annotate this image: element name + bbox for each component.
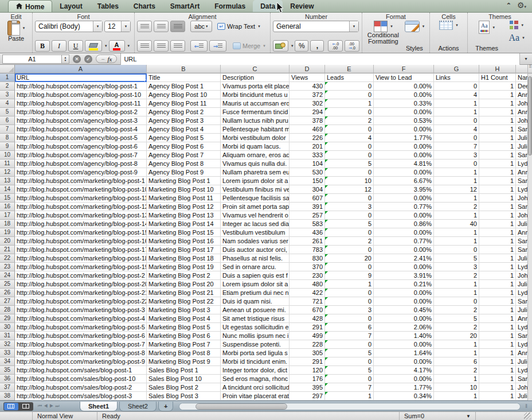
row-header-15[interactable]: 15 xyxy=(0,194,15,203)
column-header-C[interactable]: C xyxy=(221,65,290,73)
cell[interactable]: Ann xyxy=(516,349,527,357)
theme-fonts-button[interactable]: Aa▾ xyxy=(509,33,525,43)
cell[interactable]: 1 xyxy=(479,168,516,177)
cell[interactable]: Proin sit amet porta sap xyxy=(221,203,290,211)
chevron-down-icon[interactable]: ▾ xyxy=(128,44,130,48)
cell[interactable]: Aliquam ornare, eros ac xyxy=(221,151,290,160)
cell[interactable]: 1 xyxy=(479,357,516,366)
cell[interactable]: Suspendisse potenti. xyxy=(221,340,290,349)
cell[interactable]: Julie xyxy=(516,254,527,263)
cell[interactable]: 304 xyxy=(290,185,325,194)
cell[interactable]: Ann xyxy=(516,108,527,116)
cell[interactable]: http://blog.hubspot.com/marketing/blog-p… xyxy=(15,289,147,297)
cell[interactable]: 1 xyxy=(479,82,516,91)
cell[interactable]: Sam xyxy=(516,151,527,160)
cell[interactable]: 1 xyxy=(434,177,479,185)
cell[interactable]: Marketing Blog Post 1 xyxy=(147,177,221,185)
cell[interactable]: 0 xyxy=(434,82,479,91)
cell[interactable]: 0 xyxy=(325,289,374,297)
cell[interactable]: 0 xyxy=(325,357,374,366)
tab-home[interactable]: Home xyxy=(8,0,52,12)
cell[interactable]: Morbi id quam lacus. xyxy=(221,142,290,151)
row-header-36[interactable]: 36 xyxy=(0,375,15,383)
cell[interactable]: 1 xyxy=(434,194,479,203)
cell[interactable]: Marketing Blog Post 12 xyxy=(147,203,221,211)
cell[interactable]: Integer ac lacus sed dia xyxy=(221,220,290,228)
cell[interactable]: http://blog.hubspot.com/marketing/blog-p… xyxy=(15,185,147,194)
cell[interactable]: 3.95% xyxy=(374,185,434,194)
percent-format-button[interactable]: % xyxy=(295,40,308,52)
cell[interactable]: Ann xyxy=(516,168,527,177)
cell[interactable]: 0 xyxy=(325,108,374,116)
cell[interactable]: 1 xyxy=(434,349,479,357)
cell[interactable]: Sales Blog Post 1 xyxy=(147,366,221,375)
cell[interactable]: 721 xyxy=(290,297,325,306)
cell[interactable]: Sam xyxy=(516,297,527,306)
cell[interactable]: 0.00% xyxy=(374,82,434,91)
cell[interactable]: 0 xyxy=(325,228,374,237)
cell[interactable]: 0.00% xyxy=(374,168,434,177)
cell[interactable]: Marketing Blog Post 11 xyxy=(147,194,221,203)
cell[interactable]: 370 xyxy=(290,263,325,271)
cell[interactable]: 12 xyxy=(325,185,374,194)
cell[interactable]: 0 xyxy=(325,314,374,323)
cell[interactable]: Fusce fermentum tincid xyxy=(221,108,290,116)
row-header-1[interactable]: 1 xyxy=(0,73,15,82)
cell[interactable]: 0 xyxy=(325,246,374,254)
cell[interactable]: Aenean ut posuere mi. xyxy=(221,306,290,314)
row-header-37[interactable]: 37 xyxy=(0,383,15,392)
cell[interactable]: Lydia xyxy=(516,323,527,332)
cell[interactable]: 20 xyxy=(434,332,479,340)
row-header-3[interactable]: 3 xyxy=(0,91,15,99)
row-header-14[interactable]: 14 xyxy=(0,185,15,194)
cell[interactable]: 2 xyxy=(325,237,374,246)
cell[interactable]: Marketing Blog Post 9 xyxy=(147,357,221,366)
cell[interactable]: Mauris ut accumsan ero xyxy=(221,99,290,108)
cell[interactable]: Agency Blog Post 9 xyxy=(147,168,221,177)
cell[interactable]: Ut egestas sollicitudin e xyxy=(221,323,290,332)
cell[interactable]: Marketing Blog Post 14 xyxy=(147,220,221,228)
cell[interactable]: Lydia xyxy=(516,160,527,168)
cell[interactable]: 297 xyxy=(290,392,325,400)
collapse-ribbon-icon[interactable]: ⌃ xyxy=(506,2,511,9)
increase-indent-button[interactable]: ⇒ xyxy=(209,40,226,52)
cell[interactable]: 1 xyxy=(479,185,516,194)
cell[interactable]: Sed in ornare arcu. xyxy=(221,263,290,271)
cell[interactable]: Agency Blog Post 8 xyxy=(147,160,221,168)
cell[interactable]: 1 xyxy=(479,340,516,349)
cell[interactable]: 0.00% xyxy=(374,125,434,134)
row-header-34[interactable]: 34 xyxy=(0,357,15,366)
row-header-4[interactable]: 4 xyxy=(0,99,15,108)
cell[interactable]: Julie xyxy=(516,220,527,228)
cell[interactable]: Ann xyxy=(516,228,527,237)
comma-format-button[interactable]: , xyxy=(310,40,324,52)
cell[interactable]: Nullam pharetra sem eu xyxy=(221,168,290,177)
cell[interactable]: http://blog.hubspot.com/agency/blog-post… xyxy=(15,91,147,99)
cell[interactable]: 530 xyxy=(290,168,325,177)
add-sheet-button[interactable]: + xyxy=(158,402,173,411)
cell[interactable]: Sales Blog Post 10 xyxy=(147,375,221,383)
cell[interactable]: 391 xyxy=(290,203,325,211)
cell[interactable]: http://blog.hubspot.com/sales/blog-post-… xyxy=(15,366,147,375)
cell[interactable]: 333 xyxy=(290,151,325,160)
cell[interactable]: 6 xyxy=(325,323,374,332)
cell[interactable]: 830 xyxy=(290,254,325,263)
cell[interactable]: 1 xyxy=(479,237,516,246)
cell[interactable]: Sam xyxy=(516,203,527,211)
cell[interactable]: http://blog.hubspot.com/marketing/blog-p… xyxy=(15,332,147,340)
cell[interactable]: 291 xyxy=(290,357,325,366)
theme-colors-button[interactable]: ▾ xyxy=(510,21,523,29)
cell[interactable]: H1 Count xyxy=(479,73,516,82)
cell[interactable]: Sales Blog Post 2 xyxy=(147,383,221,392)
cell[interactable]: John xyxy=(516,116,527,125)
cell[interactable]: 1 xyxy=(479,289,516,297)
cell[interactable]: 0.45% xyxy=(374,306,434,314)
cell[interactable]: 0 xyxy=(325,211,374,220)
cell[interactable]: 0.00% xyxy=(374,297,434,306)
cell[interactable]: Lydia xyxy=(516,340,527,349)
cell[interactable]: Dee xyxy=(516,82,527,91)
cell[interactable]: Vestibulum finibus mi ve xyxy=(221,185,290,194)
cell[interactable]: 1 xyxy=(479,220,516,228)
cell[interactable]: Lydia xyxy=(516,366,527,375)
cell[interactable]: Marketing Blog Post 16 xyxy=(147,237,221,246)
